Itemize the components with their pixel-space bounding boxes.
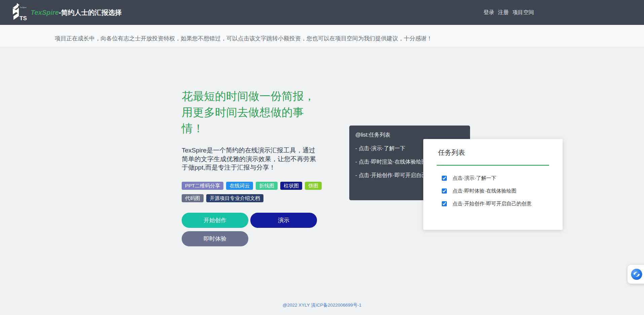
task-card-title: 任务列表	[438, 148, 563, 156]
task-checkbox[interactable]	[442, 176, 447, 181]
svg-text:TexSpire: TexSpire	[20, 6, 27, 8]
hero-action-buttons: 开始创作 演示 即时体验	[182, 213, 318, 246]
feature-badge: 在线词云	[226, 182, 253, 190]
demo-button[interactable]: 演示	[250, 213, 317, 228]
brand-tagline: -简约人士的汇报选择	[59, 9, 122, 16]
feature-badge: PPT二维码分享	[182, 182, 223, 190]
nav-link-register[interactable]: 注册	[498, 9, 509, 16]
feature-badge: 柱状图	[280, 182, 302, 190]
hero-heading-line: 用更多时间去做想做的事	[182, 104, 323, 120]
service-widget-icon	[631, 269, 642, 280]
feature-badge: 折线图	[256, 182, 278, 190]
texspire-logo-icon: TexSpire TS	[11, 3, 29, 22]
svg-text:TS: TS	[20, 15, 27, 22]
brand-home-link[interactable]: TexSpire TS TexSpire-简约人士的汇报选择	[11, 3, 121, 22]
task-checkbox[interactable]	[442, 201, 447, 206]
feature-badge: 代码图	[182, 194, 204, 202]
task-row: 点击·开始创作·即可开启自己的创意	[442, 201, 563, 206]
brand-title: TexSpire-简约人士的汇报选择	[31, 8, 121, 17]
hero-description: TexSpire是一个简约的在线演示汇报工具，通过简单的文字生成优雅的演示效果，…	[182, 146, 321, 172]
task-preview-card: 任务列表 点击·演示·了解一下 点击·即时体验·在线体验绘图 点击·开始创作·即…	[423, 139, 563, 230]
task-label: 点击·即时体验·在线体验绘图	[453, 188, 516, 194]
nav-link-project-space[interactable]: 项目空间	[512, 9, 534, 16]
task-card-divider	[437, 165, 549, 166]
nav-link-login[interactable]: 登录	[484, 9, 494, 16]
feature-badge-list: PPT二维码分享 在线词云 折线图 柱状图 饼图 代码图 开源项目专业介绍文档	[182, 182, 326, 202]
investment-notice-link[interactable]: 项目正在成长中，向各位有志之士开放投资特权，如果您不想错过，可以点击该文字跳转小…	[55, 35, 432, 42]
task-checkbox[interactable]	[442, 188, 447, 194]
task-row: 点击·演示·了解一下	[442, 175, 563, 181]
feature-badge: 开源项目专业介绍文档	[206, 194, 263, 202]
hero-heading: 花最短的时间做一份简报， 用更多时间去做想做的事 情！	[182, 88, 323, 137]
task-label: 点击·演示·了解一下	[453, 175, 496, 181]
brand-name: TexSpire	[31, 9, 59, 16]
service-widget-button[interactable]	[628, 265, 644, 284]
source-card-title: @list:任务列表	[355, 132, 470, 138]
task-row: 点击·即时体验·在线体验绘图	[442, 188, 563, 194]
task-list: 点击·演示·了解一下 点击·即时体验·在线体验绘图 点击·开始创作·即可开启自己…	[423, 175, 563, 206]
navbar: TexSpire TS TexSpire-简约人士的汇报选择 登录 注册 项目空…	[0, 0, 644, 25]
footer-icp-link[interactable]: @2022 XYLY 滇ICP备2022006699号-1	[283, 303, 362, 308]
feature-badge: 饼图	[305, 182, 322, 190]
hero-heading-line: 花最短的时间做一份简报，	[182, 88, 323, 104]
start-create-button[interactable]: 开始创作	[182, 213, 248, 228]
hero-heading-line: 情！	[182, 120, 323, 137]
instant-try-button[interactable]: 即时体验	[182, 231, 248, 246]
task-label: 点击·开始创作·即可开启自己的创意	[453, 201, 532, 207]
footer: @2022 XYLY 滇ICP备2022006699号-1	[0, 302, 644, 308]
navbar-links: 登录 注册 项目空间	[484, 0, 534, 25]
